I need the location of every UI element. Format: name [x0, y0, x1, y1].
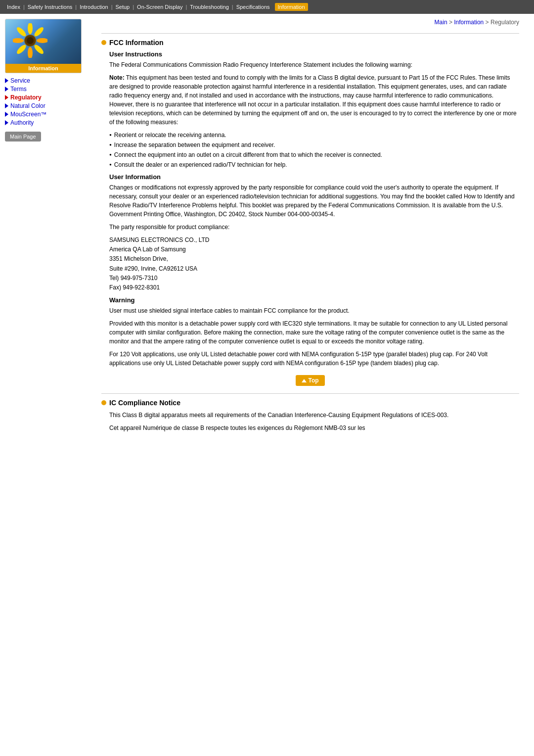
top-link-container: Top — [101, 375, 519, 386]
sidebar-item-mouscreen[interactable]: MouScreen™ — [5, 111, 91, 118]
volt-text: For 120 Volt applications, use only UL L… — [109, 350, 519, 368]
sidebar-label-authority: Authority — [10, 119, 34, 126]
content-area: Main > Information > Regulatory FCC Info… — [96, 19, 519, 436]
ic-title-text: IC Compliance Notice — [109, 399, 180, 407]
sidebar-monitor-image: Information — [5, 19, 82, 73]
breadcrumb-sep2: > — [484, 19, 490, 26]
bullet-text-3: Connect the equipment into an outlet on … — [114, 150, 382, 159]
arrow-icon-authority — [5, 120, 8, 125]
breadcrumb: Main > Information > Regulatory — [101, 19, 519, 28]
arrow-icon-mouscreen — [5, 112, 8, 117]
svg-point-10 — [27, 37, 34, 44]
user-instructions-title: User Instructions — [109, 50, 519, 58]
nav-index[interactable]: Index — [4, 3, 23, 11]
note-label: Note: — [109, 74, 125, 81]
nav-setup[interactable]: Setup — [112, 3, 133, 11]
bullet-icon-fcc — [101, 40, 106, 45]
sidebar: Information Service Terms Regulatory — [5, 19, 91, 436]
nav-safety[interactable]: Safety Instructions — [25, 3, 76, 11]
bullet-text-2: Increase the separation between the equi… — [114, 141, 275, 149]
breadcrumb-section[interactable]: Information — [454, 19, 484, 26]
divider-top — [101, 33, 519, 34]
warning-text: User must use shielded signal interface … — [109, 306, 519, 315]
address-line-4: Suite #290, Irvine, CA92612 USA — [109, 264, 519, 274]
sidebar-item-service[interactable]: Service — [5, 77, 91, 84]
bullet-icon-ic — [101, 400, 106, 405]
address-line-2: America QA Lab of Samsung — [109, 245, 519, 254]
power-cord-text: Provided with this monitor is a detachab… — [109, 319, 519, 346]
sidebar-item-terms[interactable]: Terms — [5, 86, 91, 93]
party-label: The party responsible for product compli… — [109, 223, 519, 232]
bullet-item-2: Increase the separation between the equi… — [109, 141, 519, 149]
arrow-icon-regulatory — [5, 95, 8, 100]
address-line-1: SAMSUNG ELECTRONICS CO., LTD — [109, 236, 519, 245]
note-paragraph: Note: This equipment has been tested and… — [109, 73, 519, 127]
svg-point-8 — [15, 26, 27, 38]
fcc-section-title: FCC Information — [101, 39, 519, 47]
sidebar-label-terms: Terms — [10, 86, 27, 93]
sidebar-label-mouscreen: MouScreen™ — [10, 111, 46, 118]
nav-intro[interactable]: Introduction — [77, 3, 111, 11]
sidebar-image-label: Information — [5, 64, 81, 73]
nav-troubleshooting[interactable]: Troubleshooting — [187, 3, 231, 11]
svg-point-5 — [28, 47, 33, 58]
fcc-title-text: FCC Information — [109, 39, 164, 47]
svg-point-2 — [33, 26, 45, 38]
ic-section-title: IC Compliance Notice — [101, 399, 519, 407]
bullet-item-1: Reorient or relocate the receiving anten… — [109, 131, 519, 140]
address-line-3: 3351 Michelson Drive, — [109, 254, 519, 264]
arrow-icon-service — [5, 78, 8, 83]
address-line-6: Fax) 949-922-8301 — [109, 283, 519, 292]
flower-icon — [13, 23, 47, 58]
user-instructions-text: The Federal Communications Commission Ra… — [109, 60, 519, 69]
address-block: SAMSUNG ELECTRONICS CO., LTD America QA … — [109, 236, 519, 292]
bullet-text-1: Reorient or relocate the receiving anten… — [114, 131, 226, 140]
bullet-item-4: Consult the dealer or an experienced rad… — [109, 160, 519, 169]
sidebar-nav: Service Terms Regulatory Natural Color — [5, 77, 91, 126]
arrow-icon-terms — [5, 87, 8, 92]
arrow-icon-naturalcolor — [5, 103, 8, 108]
main-wrapper: Information Service Terms Regulatory — [0, 14, 524, 441]
bullet-text-4: Consult the dealer or an experienced rad… — [114, 160, 287, 169]
breadcrumb-page: Regulatory — [490, 19, 519, 26]
main-page-button[interactable]: Main Page — [5, 132, 41, 142]
user-info-text: Changes or modifications not expressly a… — [109, 183, 519, 219]
nav-osd[interactable]: On-Screen Display — [134, 3, 185, 11]
note-body: This equipment has been tested and found… — [109, 74, 517, 126]
svg-point-6 — [15, 44, 27, 55]
sidebar-label-service: Service — [10, 77, 30, 84]
top-navigation: Index | Safety Instructions | Introducti… — [0, 0, 534, 14]
user-info-title: User Information — [109, 173, 519, 181]
svg-point-7 — [13, 38, 24, 43]
nav-information[interactable]: Information — [275, 3, 308, 11]
breadcrumb-main[interactable]: Main — [435, 19, 447, 26]
divider-mid — [101, 393, 519, 394]
sidebar-item-regulatory[interactable]: Regulatory — [5, 94, 91, 101]
ic-text-2: Cet appareil Numérique de classe B respe… — [109, 424, 519, 432]
warning-label: Warning — [109, 296, 519, 304]
breadcrumb-sep1: > — [447, 19, 454, 26]
top-btn-label: Top — [308, 377, 318, 384]
nav-specifications[interactable]: Specifications — [233, 3, 273, 11]
top-button[interactable]: Top — [296, 375, 324, 386]
svg-point-1 — [28, 23, 33, 34]
address-line-5: Tel) 949-975-7310 — [109, 274, 519, 283]
ic-text-1: This Class B digital apparatus meets all… — [109, 411, 519, 420]
sidebar-item-naturalcolor[interactable]: Natural Color — [5, 102, 91, 109]
fcc-bullet-list: Reorient or relocate the receiving anten… — [109, 131, 519, 169]
top-arrow-icon — [302, 379, 307, 382]
sidebar-label-naturalcolor: Natural Color — [10, 102, 45, 109]
bullet-item-3: Connect the equipment into an outlet on … — [109, 150, 519, 159]
svg-point-3 — [37, 38, 47, 43]
svg-point-4 — [33, 44, 45, 55]
sidebar-item-authority[interactable]: Authority — [5, 119, 91, 126]
sidebar-label-regulatory: Regulatory — [10, 94, 42, 101]
